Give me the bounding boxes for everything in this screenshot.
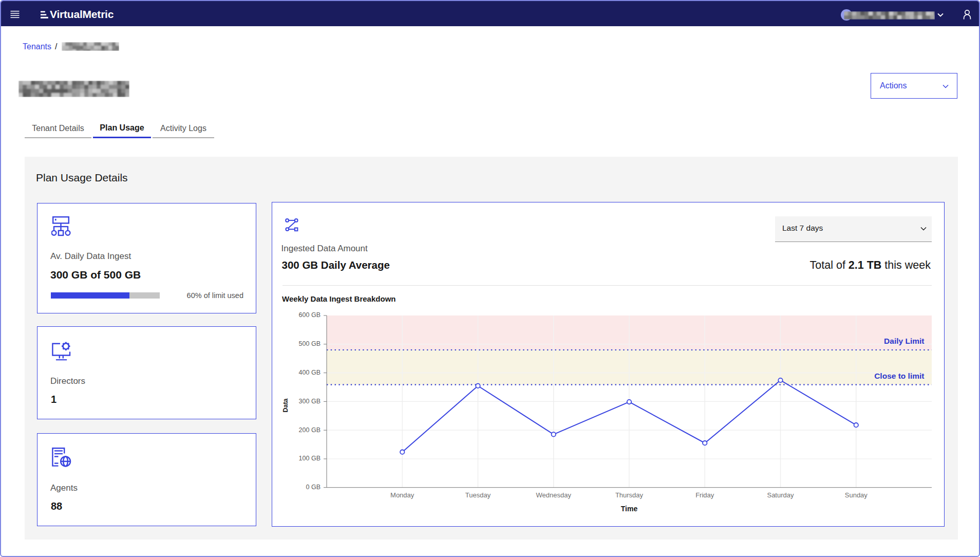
svg-text:Time: Time: [621, 505, 638, 513]
svg-text:Thursday: Thursday: [615, 491, 644, 499]
svg-text:500 GB: 500 GB: [299, 340, 321, 347]
svg-text:Friday: Friday: [695, 491, 714, 499]
svg-text:Wednesday: Wednesday: [536, 491, 572, 499]
svg-text:Monday: Monday: [390, 491, 414, 499]
svg-text:Saturday: Saturday: [767, 491, 794, 499]
svg-text:100 GB: 100 GB: [299, 455, 321, 462]
svg-text:400 GB: 400 GB: [299, 369, 321, 376]
svg-text:300 GB: 300 GB: [299, 398, 321, 405]
svg-text:Data: Data: [282, 398, 289, 412]
svg-text:Sunday: Sunday: [845, 491, 868, 499]
svg-text:Daily Limit: Daily Limit: [884, 337, 924, 345]
svg-text:Tuesday: Tuesday: [465, 491, 491, 499]
svg-text:200 GB: 200 GB: [299, 426, 321, 434]
svg-text:Close to limit: Close to limit: [874, 372, 924, 380]
svg-text:600 GB: 600 GB: [299, 311, 321, 319]
svg-text:0 GB: 0 GB: [306, 484, 321, 491]
